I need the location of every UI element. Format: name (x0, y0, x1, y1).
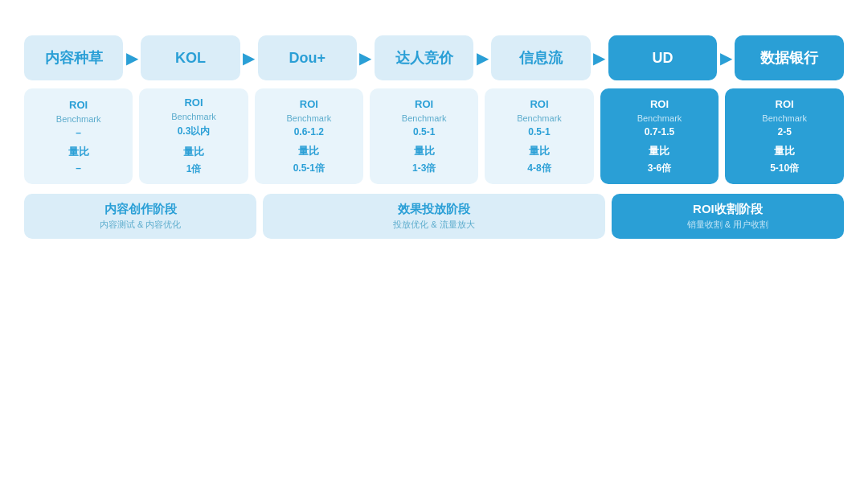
stage-box-4: 信息流 (491, 35, 590, 80)
benchmark-label-5: Benchmark (637, 113, 682, 123)
benchmark-label-3: Benchmark (402, 113, 447, 123)
arrow-0: ▶ (123, 48, 141, 68)
liang-value-1: 1倍 (186, 162, 202, 176)
roi-label-6: ROI (776, 98, 794, 110)
roi-card-1: ROIBenchmark0.3以内量比1倍 (139, 88, 248, 184)
phase-title-0: 内容创作阶段 (104, 202, 177, 217)
benchmark-value-6: 2-5 (777, 126, 791, 137)
phase-box-2: ROI收割阶段销量收割 & 用户收割 (612, 194, 844, 239)
roi-spacer-2 (363, 88, 370, 184)
roi-label-3: ROI (415, 98, 433, 110)
liang-label-3: 量比 (414, 144, 435, 158)
row-roi: ROIBenchmark–量比–ROIBenchmark0.3以内量比1倍ROI… (24, 88, 844, 184)
stage-box-1: KOL (141, 35, 240, 80)
roi-card-3: ROIBenchmark0.5-1量比1-3倍 (370, 88, 478, 184)
row-stages: 内容种草▶KOL▶Dou+▶达人竞价▶信息流▶UD▶数据银行 (24, 35, 844, 80)
liang-value-2: 0.5-1倍 (293, 162, 325, 175)
roi-spacer-1 (248, 88, 255, 184)
phase-sub-0: 内容测试 & 内容优化 (100, 219, 181, 231)
roi-card-4: ROIBenchmark0.5-1量比4-8倍 (485, 88, 593, 184)
arrow-2: ▶ (357, 48, 375, 68)
liang-label-0: 量比 (68, 145, 89, 159)
roi-card-6: ROIBenchmark2-5量比5-10倍 (725, 88, 844, 184)
benchmark-label-2: Benchmark (287, 113, 332, 123)
roi-card-0: ROIBenchmark–量比– (24, 88, 133, 184)
liang-label-4: 量比 (529, 144, 550, 158)
benchmark-value-1: 0.3以内 (178, 125, 211, 138)
phase-sub-2: 销量收割 & 用户收割 (687, 219, 768, 231)
liang-value-6: 5-10倍 (770, 162, 799, 175)
roi-spacer-0 (133, 88, 139, 184)
arrow-5: ▶ (717, 48, 735, 68)
roi-label-0: ROI (69, 99, 88, 111)
phase-box-1: 效果投放阶段投放优化 & 流量放大 (263, 194, 605, 239)
liang-label-6: 量比 (774, 144, 795, 158)
roi-card-5: ROIBenchmark0.7-1.5量比3-6倍 (600, 88, 719, 184)
benchmark-value-5: 0.7-1.5 (645, 126, 674, 137)
arrow-3: ▶ (473, 48, 491, 68)
row-phases: 内容创作阶段内容测试 & 内容优化效果投放阶段投放优化 & 流量放大ROI收割阶… (24, 194, 844, 239)
arrow-1: ▶ (240, 48, 258, 68)
main-grid: 内容种草▶KOL▶Dou+▶达人竞价▶信息流▶UD▶数据银行 ROIBenchm… (24, 35, 844, 239)
phase-title-1: 效果投放阶段 (398, 202, 470, 217)
roi-label-5: ROI (650, 98, 669, 110)
benchmark-value-0: – (76, 127, 81, 138)
roi-spacer-3 (478, 88, 485, 184)
arrow-4: ▶ (591, 48, 608, 68)
roi-label-1: ROI (184, 96, 203, 109)
liang-value-5: 3-6倍 (648, 162, 671, 175)
liang-value-4: 4-8倍 (527, 162, 551, 175)
liang-label-2: 量比 (298, 144, 319, 158)
benchmark-value-3: 0.5-1 (413, 126, 435, 137)
benchmark-value-4: 0.5-1 (528, 126, 550, 137)
stage-box-5: UD (608, 35, 718, 80)
liang-value-0: – (76, 162, 81, 174)
roi-spacer-5 (719, 88, 725, 184)
liang-label-1: 量比 (183, 145, 204, 159)
roi-label-2: ROI (300, 98, 318, 110)
liang-label-5: 量比 (649, 144, 669, 158)
stage-box-3: 达人竞价 (375, 35, 473, 80)
stage-box-2: Dou+ (258, 35, 357, 80)
roi-label-4: ROI (530, 98, 548, 110)
benchmark-label-1: Benchmark (171, 112, 216, 121)
phase-sub-1: 投放优化 & 流量放大 (393, 219, 474, 231)
phase-title-2: ROI收割阶段 (693, 202, 763, 217)
phase-box-0: 内容创作阶段内容测试 & 内容优化 (24, 194, 256, 239)
benchmark-label-0: Benchmark (56, 114, 101, 124)
benchmark-label-4: Benchmark (517, 113, 562, 123)
stage-box-0: 内容种草 (24, 35, 123, 80)
roi-card-2: ROIBenchmark0.6-1.2量比0.5-1倍 (255, 88, 363, 184)
benchmark-label-6: Benchmark (762, 113, 807, 123)
roi-spacer-4 (594, 88, 600, 184)
liang-value-3: 1-3倍 (412, 162, 436, 175)
benchmark-value-2: 0.6-1.2 (294, 126, 324, 137)
stage-box-6: 数据银行 (735, 35, 844, 80)
